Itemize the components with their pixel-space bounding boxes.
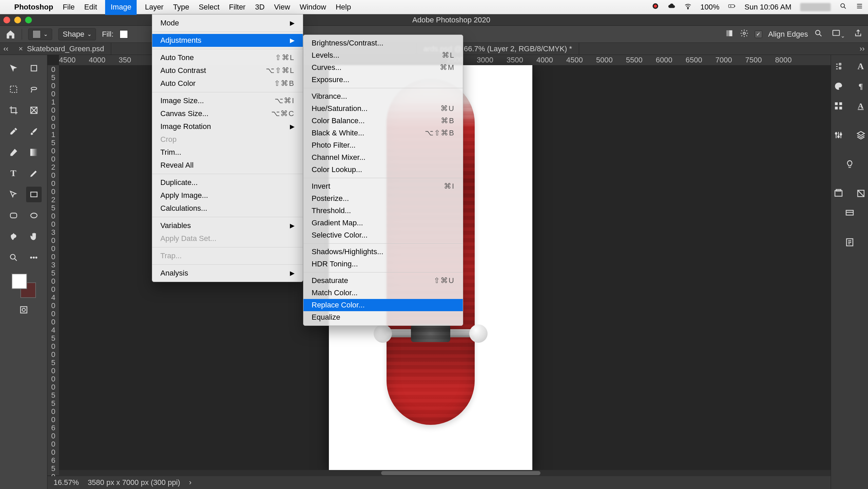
fill-swatch[interactable] (120, 30, 128, 38)
comments-panel-icon[interactable] (842, 205, 858, 221)
cloud-sync-icon[interactable] (668, 2, 675, 12)
adjustments-menu-item[interactable]: Vibrance... (303, 90, 463, 102)
menu-file[interactable]: File (63, 3, 75, 12)
status-arrow-icon[interactable]: › (189, 478, 191, 487)
paragraph-panel-icon[interactable]: ¶ (853, 78, 868, 94)
home-icon[interactable] (5, 29, 16, 39)
tool-preset-dropdown[interactable]: ⌄ (28, 29, 52, 40)
minimize-window-icon[interactable] (14, 17, 21, 23)
color-panel-icon[interactable] (830, 78, 847, 94)
image-menu-item[interactable]: Image Rotation▶ (152, 120, 303, 133)
menu-filter[interactable]: Filter (229, 3, 245, 12)
doc-dimensions[interactable]: 3580 px x 7000 px (300 ppi) (88, 478, 180, 487)
path-select-tool-icon[interactable] (6, 187, 21, 202)
zoom-tool-icon[interactable] (6, 250, 21, 265)
adjustments-menu-item[interactable]: Desaturate⇧⌘U (303, 275, 463, 287)
adjustments-panel-icon[interactable] (830, 127, 847, 143)
collapse-right-icon[interactable]: ›› (856, 43, 868, 55)
gear-icon[interactable] (740, 29, 749, 40)
document-tab-1[interactable]: × Skateboard_Green.psd (12, 43, 111, 55)
image-menu-item[interactable]: Auto Tone⇧⌘L (152, 51, 303, 64)
horizontal-scrollbar[interactable] (59, 470, 831, 476)
app-name[interactable]: Photoshop (14, 3, 53, 12)
learn-panel-icon[interactable] (842, 156, 858, 172)
align-edges-checkbox[interactable]: ✓ (755, 31, 762, 38)
menu-view[interactable]: View (274, 3, 290, 12)
clock-label[interactable]: Sun 10:06 AM (745, 3, 791, 12)
quick-mask-icon[interactable] (16, 302, 32, 318)
image-menu-item[interactable]: Adjustments▶ (152, 34, 303, 47)
wifi-icon[interactable] (684, 2, 692, 12)
swatches-panel-icon[interactable] (830, 98, 847, 114)
menu-edit[interactable]: Edit (84, 3, 97, 12)
layers-panel-icon[interactable] (853, 127, 868, 143)
zoom-level[interactable]: 16.57% (54, 478, 79, 487)
properties-panel-icon[interactable] (830, 58, 847, 75)
adjustments-menu-item[interactable]: Posterize... (303, 192, 463, 205)
crop-tool-icon[interactable] (6, 102, 21, 118)
adjustments-menu-item[interactable]: Channel Mixer... (303, 151, 463, 164)
menu-window[interactable]: Window (300, 3, 326, 12)
foreground-color-swatch[interactable] (12, 274, 27, 289)
lasso-tool-icon[interactable] (26, 81, 42, 97)
color-swatches[interactable] (10, 272, 37, 299)
image-menu-item[interactable]: Auto Color⇧⌘B (152, 77, 303, 90)
eraser-tool-icon[interactable] (6, 145, 21, 160)
image-menu-item[interactable]: Canvas Size...⌥⌘C (152, 107, 303, 120)
adjustments-menu-item[interactable]: Color Balance...⌘B (303, 115, 463, 127)
image-menu-item[interactable]: Apply Image... (152, 189, 303, 202)
image-menu-item[interactable]: Analysis▶ (152, 267, 303, 280)
adjustments-menu-item[interactable]: Selective Color... (303, 229, 463, 241)
image-menu-item[interactable]: Duplicate... (152, 176, 303, 189)
custom-shape-tool-icon[interactable] (6, 229, 21, 244)
image-menu-item[interactable]: Trim... (152, 146, 303, 159)
close-tab-icon[interactable]: × (19, 44, 23, 53)
adjustments-menu-item[interactable]: HDR Toning... (303, 258, 463, 270)
image-menu-item[interactable]: Variables▶ (152, 219, 303, 232)
gradient-tool-icon[interactable] (26, 145, 42, 160)
artboard-tool-icon[interactable] (26, 60, 42, 76)
type-tool-icon[interactable]: T (6, 166, 21, 181)
adjustments-menu-item[interactable]: Threshold... (303, 205, 463, 217)
share-icon[interactable] (854, 29, 863, 40)
battery-icon[interactable] (728, 2, 736, 12)
close-window-icon[interactable] (3, 17, 10, 23)
character-panel-icon[interactable]: A (853, 58, 868, 75)
rounded-rect-tool-icon[interactable] (6, 208, 21, 223)
brush-tool-icon[interactable] (26, 124, 42, 139)
image-menu-item[interactable]: Reveal All (152, 159, 303, 172)
glyphs-panel-icon[interactable]: A (853, 98, 868, 114)
adjustments-menu-item[interactable]: Match Color... (303, 287, 463, 299)
scrollbar-thumb[interactable] (381, 471, 540, 475)
adjustments-menu-item[interactable]: Exposure... (303, 74, 463, 86)
adjustments-menu-item[interactable]: Brightness/Contrast... (303, 37, 463, 49)
libraries2-panel-icon[interactable] (853, 185, 868, 202)
ruler-vertical[interactable]: 0500100015002000250030003500400045005000… (47, 65, 59, 475)
adjustments-menu-item[interactable]: Equalize (303, 311, 463, 323)
collapse-panels-icon[interactable]: ‹‹ (0, 43, 12, 55)
control-center-icon[interactable] (856, 2, 863, 12)
adjustments-menu-item[interactable]: Hue/Saturation...⌘U (303, 102, 463, 115)
adjustments-menu-item[interactable]: Levels...⌘L (303, 49, 463, 61)
libraries-panel-icon[interactable] (830, 185, 847, 202)
adjustments-menu-item[interactable]: Black & White...⌥⇧⌘B (303, 127, 463, 139)
image-menu-item[interactable]: Auto Contrast⌥⇧⌘L (152, 64, 303, 77)
adjustments-menu-item[interactable]: Photo Filter... (303, 139, 463, 151)
zoom-window-icon[interactable] (25, 17, 32, 23)
adjustments-menu-item[interactable]: Gradient Map... (303, 217, 463, 229)
pen-tool-icon[interactable] (26, 166, 42, 181)
adjustments-menu-item[interactable]: Shadows/Highlights... (303, 246, 463, 258)
menu-3d[interactable]: 3D (255, 3, 264, 12)
record-icon[interactable] (652, 2, 659, 12)
adjustments-menu-item[interactable]: Invert⌘I (303, 180, 463, 192)
rectangle-tool-icon[interactable] (26, 187, 42, 202)
menu-image[interactable]: Image (105, 0, 137, 15)
masks-icon[interactable] (725, 29, 734, 40)
frame-tool-icon[interactable] (26, 102, 42, 118)
menu-layer[interactable]: Layer (145, 3, 163, 12)
adjustments-menu-item[interactable]: Curves...⌘M (303, 61, 463, 74)
adjustments-menu-item[interactable]: Color Lookup... (303, 164, 463, 176)
adjustments-menu-item[interactable]: Replace Color... (303, 299, 463, 311)
shape-mode-dropdown[interactable]: Shape⌄ (58, 28, 96, 40)
move-tool-icon[interactable] (6, 60, 21, 76)
